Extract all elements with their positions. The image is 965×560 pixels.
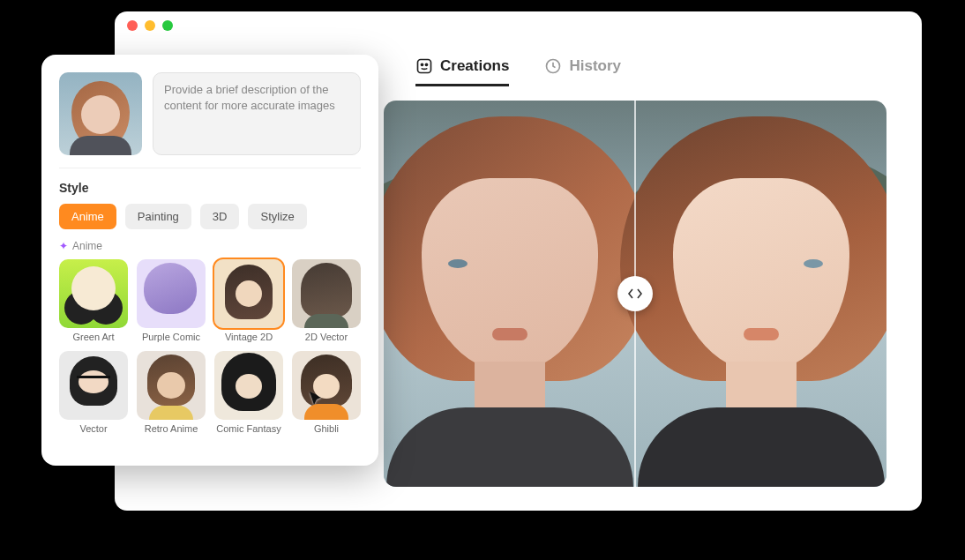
style-tab-painting[interactable]: Painting: [125, 204, 191, 229]
history-icon: [544, 57, 562, 75]
style-label: Comic Fantasy: [214, 423, 283, 434]
style-retro-anime[interactable]: [137, 351, 206, 420]
svg-rect-0: [418, 60, 431, 73]
style-panel: Provide a brief description of the conte…: [41, 55, 378, 466]
close-icon[interactable]: [127, 20, 138, 31]
style-tab-3d[interactable]: 3D: [200, 204, 240, 229]
chevron-left-icon: [627, 288, 634, 299]
style-2d-vector[interactable]: [292, 259, 361, 328]
style-grid: Green Art Purple Comic Vintage 2D 2D Vec…: [59, 259, 361, 434]
tab-history[interactable]: History: [544, 49, 621, 86]
style-vector[interactable]: [59, 351, 128, 420]
style-ghibli[interactable]: [292, 351, 361, 420]
svg-point-1: [421, 63, 423, 65]
style-comic-fantasy[interactable]: [214, 351, 283, 420]
style-label: Vintage 2D: [214, 332, 283, 342]
style-tab-anime[interactable]: Anime: [59, 204, 116, 229]
style-label: Ghibli: [292, 423, 361, 434]
style-label: Purple Comic: [137, 332, 206, 342]
style-vintage-2d[interactable]: [214, 259, 283, 328]
generated-image: [635, 101, 886, 487]
minimize-icon[interactable]: [145, 20, 155, 31]
comparison-slider[interactable]: [617, 276, 653, 311]
original-image: [384, 101, 635, 487]
divider: [59, 168, 361, 168]
tab-history-label: History: [569, 57, 621, 75]
maximize-icon[interactable]: [162, 20, 173, 31]
comparison-preview: [384, 101, 886, 487]
window-controls: [115, 11, 922, 40]
style-label: Vector: [59, 423, 128, 434]
tab-creations[interactable]: Creations: [415, 49, 509, 86]
creations-icon: [415, 57, 433, 75]
style-label: Green Art: [59, 332, 128, 342]
style-heading: Style: [59, 181, 361, 195]
style-purple-comic[interactable]: [137, 259, 206, 328]
prompt-input[interactable]: Provide a brief description of the conte…: [153, 72, 361, 155]
svg-point-2: [425, 63, 427, 65]
style-label: Retro Anime: [137, 423, 206, 434]
style-label: 2D Vector: [292, 332, 361, 342]
style-green-art[interactable]: [59, 259, 128, 328]
source-image-upload[interactable]: [59, 72, 142, 155]
chevron-right-icon: [636, 288, 643, 299]
sparkle-icon: ✦: [59, 240, 68, 252]
style-subheading: ✦ Anime: [59, 240, 361, 252]
tab-creations-label: Creations: [440, 57, 509, 75]
style-category-tabs: Anime Painting 3D Stylize: [59, 204, 361, 229]
style-tab-stylize[interactable]: Stylize: [248, 204, 306, 229]
